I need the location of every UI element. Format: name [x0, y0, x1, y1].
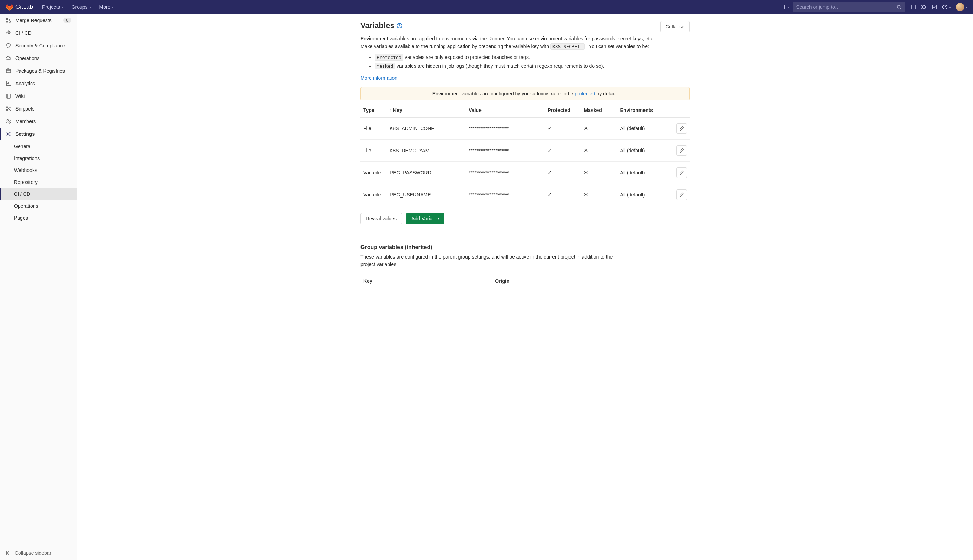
add-variable-button[interactable]: Add Variable	[406, 213, 444, 224]
svg-point-2	[897, 5, 900, 8]
sidebar-item-analytics[interactable]: Analytics	[0, 77, 77, 90]
svg-point-10	[6, 21, 8, 22]
chevron-down-icon: ▾	[89, 5, 91, 9]
sidebar-sub-ci-cd[interactable]: CI / CD	[0, 188, 77, 200]
sidebar-item-label: Wiki	[15, 93, 25, 99]
cell-env: All (default)	[618, 162, 667, 183]
th-masked[interactable]: Masked	[581, 103, 617, 118]
edit-variable-button[interactable]	[676, 167, 687, 178]
x-icon: ✕	[584, 192, 588, 198]
group-variables-heading: Group variables (inherited)	[360, 244, 690, 250]
global-search[interactable]	[793, 2, 905, 12]
search-input[interactable]	[796, 4, 896, 10]
svg-point-9	[6, 18, 8, 20]
plus-dropdown[interactable]: ▾	[782, 4, 790, 10]
sidebar-item-settings[interactable]: Settings	[0, 128, 77, 140]
sidebar-sub-pages[interactable]: Pages	[0, 212, 77, 224]
cell-key: REG_PASSWORD	[387, 162, 466, 183]
chevron-down-icon: ▾	[62, 5, 63, 9]
cell-masked: ✕	[581, 183, 617, 206]
todos-icon[interactable]	[931, 4, 937, 10]
main-content: Variables ? Collapse Environment variabl…	[77, 14, 973, 560]
cell-protected: ✓	[545, 183, 581, 206]
table-row: VariableREG_USERNAME********************…	[360, 183, 690, 206]
sidebar-item-wiki[interactable]: Wiki	[0, 90, 77, 102]
book-icon	[6, 93, 11, 99]
sidebar: Merge Requests0CI / CDSecurity & Complia…	[0, 14, 77, 560]
issues-icon[interactable]	[911, 4, 916, 10]
sidebar-item-ci-cd[interactable]: CI / CD	[0, 27, 77, 39]
group-variables-table: Key Origin	[360, 275, 690, 287]
check-icon: ✓	[547, 147, 552, 153]
package-icon	[6, 68, 11, 74]
th-environments[interactable]: Environments	[618, 103, 667, 118]
x-icon: ✕	[584, 125, 588, 131]
sort-asc-icon: ↑	[390, 108, 392, 113]
sidebar-sub-operations[interactable]: Operations	[0, 200, 77, 212]
sidebar-sub-repository[interactable]: Repository	[0, 176, 77, 188]
pencil-icon	[679, 170, 684, 175]
sidebar-sub-webhooks[interactable]: Webhooks	[0, 164, 77, 176]
svg-point-19	[8, 133, 10, 135]
top-right-icons: ▾ ▾	[911, 3, 967, 11]
merge-requests-icon[interactable]	[921, 4, 927, 10]
user-menu[interactable]: ▾	[956, 3, 967, 11]
edit-variable-button[interactable]	[676, 123, 687, 134]
merge-icon	[6, 18, 11, 23]
avatar	[956, 3, 964, 11]
cell-protected: ✓	[545, 139, 581, 162]
brand-text: GitLab	[15, 3, 33, 10]
nav-more[interactable]: More ▾	[96, 2, 117, 12]
cell-type: Variable	[360, 162, 387, 183]
cell-type: Variable	[360, 183, 387, 206]
protected-link[interactable]: protected	[574, 91, 595, 97]
chevron-down-icon: ▾	[112, 5, 114, 9]
table-row: VariableREG_PASSWORD********************…	[360, 162, 690, 183]
sidebar-item-members[interactable]: Members	[0, 115, 77, 128]
svg-point-6	[925, 8, 926, 9]
variables-table: Type ↑Key Value Protected Masked Environ…	[360, 103, 690, 206]
nav-groups[interactable]: Groups ▾	[68, 2, 94, 12]
more-information-link[interactable]: More information	[360, 75, 397, 81]
check-icon: ✓	[547, 192, 552, 198]
sidebar-sub-integrations[interactable]: Integrations	[0, 152, 77, 164]
scissors-icon	[6, 106, 11, 112]
sidebar-item-merge-requests[interactable]: Merge Requests0	[0, 14, 77, 27]
svg-rect-14	[7, 94, 10, 98]
sidebar-item-operations[interactable]: Operations	[0, 52, 77, 65]
pencil-icon	[679, 126, 684, 131]
check-icon: ✓	[547, 125, 552, 131]
cell-protected: ✓	[545, 162, 581, 183]
svg-point-5	[922, 8, 923, 9]
pencil-icon	[679, 192, 684, 197]
cell-key: K8S_ADMIN_CONF	[387, 117, 466, 139]
svg-point-16	[6, 110, 8, 111]
svg-rect-3	[911, 5, 915, 9]
sidebar-item-security-compliance[interactable]: Security & Compliance	[0, 39, 77, 52]
svg-point-11	[9, 21, 10, 22]
edit-variable-button[interactable]	[676, 145, 687, 156]
sidebar-item-packages-registries[interactable]: Packages & Registries	[0, 65, 77, 77]
gitlab-logo[interactable]: GitLab	[6, 3, 33, 11]
cell-value: *********************	[466, 139, 545, 162]
help-icon[interactable]: ?	[397, 23, 402, 28]
sidebar-item-snippets[interactable]: Snippets	[0, 102, 77, 115]
th-type[interactable]: Type	[360, 103, 387, 118]
edit-variable-button[interactable]	[676, 190, 687, 200]
th-value[interactable]: Value	[466, 103, 545, 118]
help-dropdown[interactable]: ▾	[942, 4, 951, 10]
sidebar-sub-general[interactable]: General	[0, 140, 77, 152]
nav-projects[interactable]: Projects ▾	[38, 2, 67, 12]
search-icon	[896, 5, 901, 10]
th-protected[interactable]: Protected	[545, 103, 581, 118]
users-icon	[6, 118, 11, 124]
th-key[interactable]: ↑Key	[387, 103, 466, 118]
secret-prefix-code: K8S_SECRET_	[551, 43, 585, 50]
cloud-icon	[6, 55, 11, 61]
collapse-section-button[interactable]: Collapse	[660, 21, 690, 32]
th-group-key[interactable]: Key	[360, 275, 492, 287]
reveal-values-button[interactable]: Reveal values	[360, 213, 402, 224]
th-group-origin[interactable]: Origin	[492, 275, 690, 287]
collapse-sidebar-button[interactable]: Collapse sidebar	[0, 546, 77, 560]
top-nav-items: Projects ▾ Groups ▾ More ▾	[38, 2, 117, 12]
